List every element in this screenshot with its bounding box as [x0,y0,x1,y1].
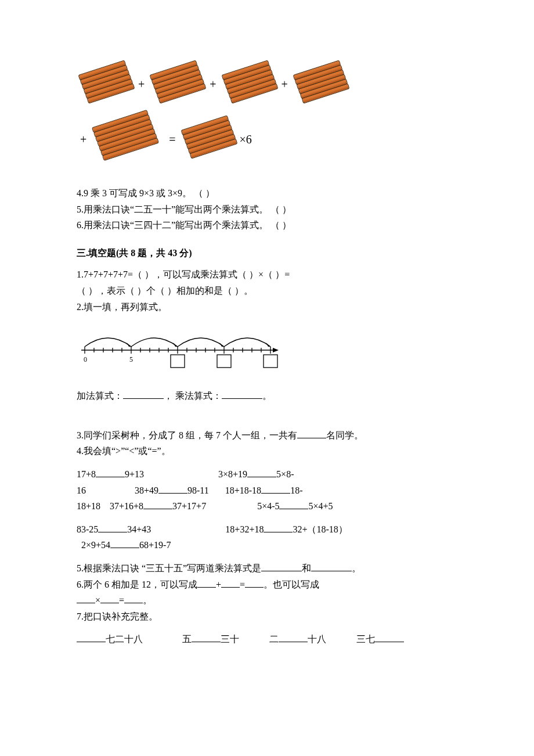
blank-input[interactable] [110,538,139,548]
plus-icon: + [206,75,219,93]
svg-rect-27 [171,355,185,368]
question-6: 6.用乘法口诀“三四十二”能写出两个乘法算式。 （ ） [77,218,457,233]
blank-input[interactable] [264,523,293,532]
question-5: 5.用乘法口诀“二五一十”能写出两个乘法算式。 （ ） [77,202,457,217]
multiplier-text: ×6 [237,130,255,149]
sticks-bundle [179,119,237,160]
svg-rect-28 [217,355,231,368]
blank-input[interactable] [77,632,106,642]
sticks-row-1: + + + [77,64,457,105]
s3q1: 1.7+7+7+7+7=（ ），可以写成乘法算式（ ）×（ ）= （ ），表示（… [77,267,457,314]
s3q6-line1: 6.两个 6 相加是 12，可以写成+=。也可以写成 [77,577,457,592]
sticks-bundle [148,64,206,105]
blank-input[interactable] [279,499,308,509]
sticks-bundle-large [90,116,165,163]
s3q5: 5.根据乘法口诀 “三五十五”写两道乘法算式是和。 [77,561,457,576]
page-content: + + + + = ×6 4.9 乘 3 可写成 9×3 [0,0,534,714]
plus-icon: + [77,130,90,149]
blank-input[interactable] [158,484,187,494]
plus-icon: + [278,75,291,93]
blank-input[interactable] [247,467,276,477]
s3q2-text: 2.填一填，再列算式。 [77,300,457,315]
add-expr-label: 加法算式： [77,391,123,401]
sticks-bundle [220,64,278,105]
section-3-heading: 三.填空题(共 8 题，共 43 分) [77,246,457,261]
s3q4: 4.我会填“>”“<”或“=”。 [77,444,457,459]
blank-input[interactable] [261,484,290,494]
cmp-row-2: 16 38+4998-11 18+18-1818- [77,483,457,498]
svg-rect-29 [264,355,277,368]
blank-input[interactable] [221,578,240,588]
blank-input[interactable] [261,561,302,571]
svg-marker-0 [127,343,131,347]
blank-input[interactable] [245,578,264,588]
blank-input[interactable] [192,632,221,642]
blank-input[interactable] [222,389,262,399]
svg-marker-1 [173,343,178,347]
comparison-block: 17+89+13 3×8+195×8- 16 38+4998-11 18+18-… [77,467,457,553]
blank-input[interactable] [77,593,95,603]
sticks-diagram: + + + + = ×6 [77,64,457,163]
numberline-figure: 0 5 [77,323,457,376]
tick-5: 5 [129,355,133,363]
blank-input[interactable] [98,523,127,532]
sticks-bundle [291,64,349,105]
svg-marker-5 [273,348,279,352]
blank-input[interactable] [279,632,308,642]
s3q7-row: 七二十八 五三十 二十八 三七 [77,632,457,647]
s3q6-line2: ×=。 [77,593,457,608]
numberline-svg: 0 5 [77,323,280,376]
mul-expr-label: 乘法算式： [175,391,222,401]
s3q3-q4: 3.同学们采树种，分成了 8 组，每 7 个人一组，一共有名同学。 4.我会填“… [77,428,457,459]
svg-marker-3 [266,343,270,347]
judgement-questions: 4.9 乘 3 可写成 9×3 或 3×9。 （ ） 5.用乘法口诀“二五一十”… [77,186,457,233]
s3q1-line1: 1.7+7+7+7+7=（ ），可以写成乘法算式（ ）×（ ）= [77,267,457,282]
blank-input[interactable] [311,561,352,571]
cmp-row-1: 17+89+13 3×8+195×8- [77,467,457,482]
blank-input[interactable] [100,593,119,603]
plus-icon: + [135,75,148,93]
s3q3: 3.同学们采树种，分成了 8 组，每 7 个人一组，一共有名同学。 [77,428,457,443]
blank-input[interactable] [124,593,143,603]
tick-0: 0 [84,355,87,363]
blank-input[interactable] [123,389,164,399]
s3q5-q7: 5.根据乘法口诀 “三五十五”写两道乘法算式是和。 6.两个 6 相加是 12，… [77,561,457,624]
equals-icon: = [165,130,179,149]
question-4: 4.9 乘 3 可写成 9×3 或 3×9。 （ ） [77,186,457,201]
sticks-bundle [77,64,135,105]
svg-marker-2 [219,343,224,347]
cmp-row-3: 18+18 37+16+837+17+7 5×4-55×4+5 [77,499,457,514]
blank-input[interactable] [297,429,326,438]
s3q2-answers: 加法算式：， 乘法算式：。 [77,388,457,404]
blank-input[interactable] [197,578,216,588]
s3q7: 7.把口诀补充完整。 [77,609,457,624]
s3q1-line2: （ ），表示（ ）个（ ）相加的和是（ ）。 [77,283,457,298]
cmp-row-5: 2×9+5468+19-7 [77,538,457,553]
sticks-row-2: + = ×6 [77,116,457,163]
blank-input[interactable] [143,499,172,509]
blank-input[interactable] [375,632,404,642]
blank-input[interactable] [96,467,125,477]
cmp-row-4: 83-2534+43 18+32+1832+（18-18） [77,522,457,537]
